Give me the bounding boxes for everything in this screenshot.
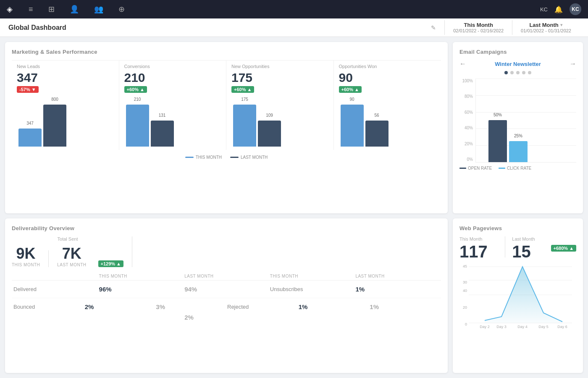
pv-this-month-value: 117: [459, 243, 498, 260]
y-label-40: 40%: [459, 126, 473, 130]
pageviews-last-month: Last Month 15: [512, 236, 551, 260]
y-label-60: 60%: [459, 110, 473, 115]
table-row-delivered: Delivered 96% 94% Unsubscribes 1%: [12, 281, 441, 298]
h-line-80: [476, 95, 576, 96]
email-bar-open-bar: [488, 120, 507, 162]
bar-group-1: 210 131: [126, 105, 174, 147]
bar-label-lm-2: 109: [266, 113, 273, 118]
pageviews-card-title: Web Pageviews: [459, 225, 576, 231]
metric-badge-0: -57% ▼: [17, 86, 39, 93]
x-day2: Day 2: [480, 325, 490, 329]
th-this-month-2: THIS MONTH: [270, 274, 356, 278]
unsubscribes-lm: 2%: [184, 314, 270, 321]
this-month-dates: 02/01/2022 - 02/16/2022: [453, 28, 504, 33]
campaign-dot-1[interactable]: [504, 71, 508, 74]
email-bar-click-label: 25%: [514, 134, 522, 138]
email-bar-click-bar: [509, 141, 528, 162]
app-logo: ◈: [7, 5, 13, 14]
bar-group-0: 347 800: [18, 105, 66, 147]
top-nav: ◈ ≡ ⊞ 👤 👥 ⊕ KC 🔔 KC: [0, 0, 588, 18]
legend-this-month: THIS MONTH: [185, 155, 222, 160]
campaign-prev-button[interactable]: ←: [459, 60, 466, 68]
vertical-divider: [48, 250, 49, 267]
metric-3: Opportunities Won 90 +60% ▲ 90 56: [334, 60, 441, 150]
deliverability-table: THIS MONTH LAST MONTH THIS MONTH LAST MO…: [12, 272, 441, 323]
deliverability-top: Total Sent 9K THIS MONTH 7K LAST MONTH +…: [12, 236, 441, 267]
th-this-month-1: THIS MONTH: [99, 274, 185, 278]
metric-badge-3: +60% ▲: [339, 86, 362, 93]
bounced-label: Bounced: [13, 304, 85, 310]
deliverability-badge-container: +129% ▲: [95, 259, 123, 267]
bar-this-month-3: 90: [341, 105, 364, 147]
email-legend: OPEN RATE CLICK RATE: [459, 166, 576, 171]
campaign-dot-2[interactable]: [510, 71, 514, 74]
metric-value-1: 210: [124, 71, 221, 84]
pv-divider: [505, 236, 505, 257]
notification-icon[interactable]: 🔔: [554, 5, 563, 13]
this-month-range[interactable]: This Month 02/01/2022 - 02/16/2022: [444, 20, 512, 35]
x-day6: Day 6: [557, 325, 567, 329]
edit-icon[interactable]: ✎: [431, 24, 436, 31]
metric-1: Conversions 210 +60% ▲ 210 131: [119, 60, 227, 150]
h-line-60: [476, 112, 576, 113]
nav-menu-icon[interactable]: ≡: [25, 3, 37, 16]
email-card: Email Campaigns ← Winter Newsletter → 10…: [453, 42, 583, 213]
x-day5: Day 5: [538, 325, 549, 329]
bar-chart-2: 175 109: [231, 96, 328, 147]
date-range-container: This Month 02/01/2022 - 02/16/2022 Last …: [444, 20, 580, 35]
campaign-dot-3[interactable]: [516, 71, 520, 74]
y-label-80: 80%: [459, 94, 473, 99]
th-last-month-1: LAST MONTH: [184, 274, 270, 278]
last-month-range[interactable]: Last Month ▾ 01/01/2022 - 01/31/2022: [512, 20, 580, 35]
user-area: KC 🔔 KC: [540, 3, 581, 15]
nav-group-icon[interactable]: 👥: [91, 3, 107, 16]
metric-value-2: 175: [231, 71, 328, 84]
nav-add-icon[interactable]: ⊕: [115, 3, 128, 16]
area-chart-container: 45 30 40 20 0: [459, 263, 576, 330]
campaign-nav: ← Winter Newsletter →: [459, 60, 576, 68]
email-bar-click: 25%: [509, 141, 528, 162]
rejected-label: Rejected: [227, 304, 299, 310]
pageviews-badge-container: +680% ▲: [551, 236, 576, 252]
marketing-card-title: Marketing & Sales Performance: [12, 49, 441, 55]
email-bar-group: 50% 25%: [488, 120, 528, 162]
total-sent-container: Total Sent 9K THIS MONTH 7K LAST MONTH +…: [12, 236, 132, 267]
unsubscribes-tm: 1%: [355, 286, 441, 293]
metric-value-3: 90: [339, 71, 436, 84]
th-last-month-2: LAST MONTH: [355, 274, 441, 278]
campaign-next-button[interactable]: →: [570, 60, 576, 68]
x-day4: Day 4: [517, 325, 528, 329]
last-month-value: 7K: [57, 245, 86, 262]
y-label-100: 100%: [459, 79, 473, 83]
bar-last-month-3: 56: [365, 121, 388, 147]
deliverability-card: Deliverability Overview Total Sent 9K TH…: [5, 218, 448, 373]
pageviews-this-month: This Month 117: [459, 236, 498, 260]
email-y-axis: 100% 80% 60% 40% 20% 0%: [459, 79, 475, 163]
area-chart-svg: 45 30 40 20 0: [459, 263, 573, 328]
metric-label-0: New Leads: [17, 64, 114, 69]
bar-last-month-1: 131: [151, 121, 174, 147]
bar-label-lm-0: 800: [51, 97, 58, 102]
this-month-label: This Month: [453, 22, 504, 28]
metric-label-3: Opportunities Won: [339, 64, 436, 69]
bar-label-lm-1: 131: [159, 113, 166, 118]
legend-this-month-label: THIS MONTH: [196, 155, 222, 160]
table-row-unsubscribes-extra: 2%: [12, 312, 441, 323]
metric-badge-2: +60% ▲: [231, 86, 254, 93]
last-month-dates: 01/01/2022 - 01/31/2022: [521, 28, 571, 33]
pageviews-card: Web Pageviews This Month 117 Last Month …: [453, 218, 583, 373]
campaign-dot-4[interactable]: [522, 71, 525, 74]
page-title: Global Dashboard: [8, 24, 431, 32]
email-legend-click: CLICK RATE: [499, 166, 531, 171]
avatar[interactable]: KC: [570, 3, 581, 15]
bar-label-tm-0: 347: [26, 121, 34, 126]
pv-last-month-label: Last Month: [512, 236, 551, 242]
nav-contact-icon[interactable]: 👤: [66, 3, 82, 16]
campaign-dot-5[interactable]: [528, 71, 531, 74]
this-month-metric: 9K THIS MONTH: [12, 245, 40, 267]
email-card-title: Email Campaigns: [459, 49, 576, 55]
bar-last-month-2: 109: [258, 121, 281, 147]
y-label-0: 0%: [459, 157, 473, 162]
nav-grid-icon[interactable]: ⊞: [45, 3, 58, 16]
metric-label-1: Conversions: [124, 64, 221, 69]
